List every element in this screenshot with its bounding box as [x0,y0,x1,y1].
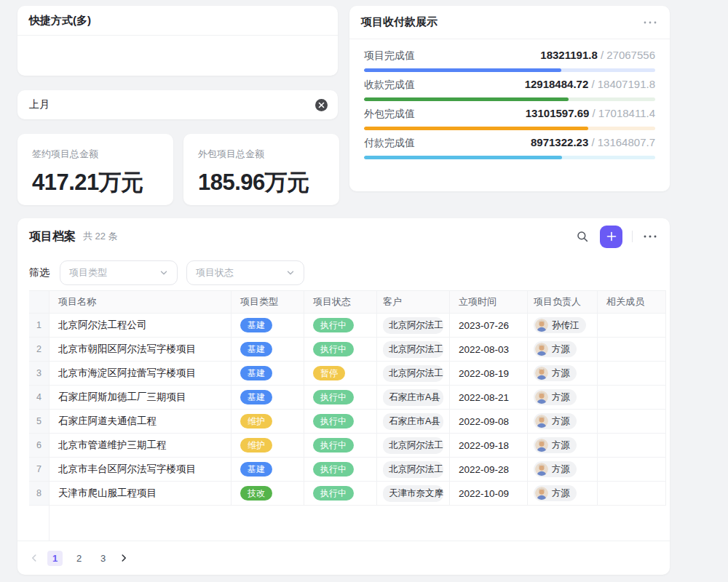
table-row[interactable]: 6北京市管道维护三期工程维护执行中北京阿尔法工程2022-09-18方源 [29,434,666,458]
customer-tag: 北京阿尔法工程 [383,461,443,478]
cell-start-date: 2022-09-08 [450,410,528,433]
dashboard: { "colors": { "accent": "#6A5AF5", "page… [0,0,728,582]
project-status-badge: 暂停 [313,366,345,380]
filter-select-project-type[interactable]: 项目类型 [60,260,178,285]
row-index: 2 [29,338,50,361]
project-status-badge: 执行中 [313,486,354,501]
table-row[interactable]: 1北京阿尔法工程公司基建执行中北京阿尔法工程2023-07-26孙传江 [29,314,666,338]
close-icon [318,102,325,108]
payment-card-header: 项目收付款展示 [349,6,670,39]
owner-tag: 方源 [534,413,577,429]
clear-filter-button[interactable] [315,99,328,111]
cell-project-status: 执行中 [304,338,377,361]
table-row[interactable]: 4石家庄阿斯加德工厂三期项目基建执行中石家庄市A县2022-08-21方源 [29,386,666,410]
cell-members [598,482,666,505]
project-status-badge: 执行中 [313,342,354,356]
table-more-button[interactable] [642,234,658,239]
cell-start-date: 2022-08-21 [450,386,528,409]
cell-owner: 方源 [528,338,598,361]
filter-select-project-status[interactable]: 项目状态 [186,260,304,285]
cell-start-date: 2022-09-18 [450,434,528,457]
metric-label: 项目完成值 [364,49,415,63]
cell-start-date: 2022-09-28 [450,458,528,481]
row-index: 7 [29,458,50,481]
avatar [535,391,548,404]
cell-project-type: 维护 [232,410,304,433]
table-card-title: 项目档案 [29,229,76,244]
column-header: 项目类型 [232,291,304,313]
customer-tag: 北京阿尔法工程 [383,365,443,382]
project-type-badge: 维护 [240,414,272,428]
cell-members [598,434,666,457]
cell-project-type: 基建 [232,314,304,337]
shortcut-card: 快捷方式(多) [17,6,338,76]
row-index: 5 [29,410,50,433]
metric-value: 13101597.69 [526,107,590,119]
table-row[interactable]: 2北京市朝阳区阿尔法写字楼项目基建执行中北京阿尔法工程2022-08-03方源 [29,338,666,362]
add-record-button[interactable] [600,226,622,248]
cell-project-name: 北京市朝阳区阿尔法写字楼项目 [50,338,232,361]
project-type-badge: 维护 [240,438,272,453]
owner-tag: 方源 [534,341,577,357]
project-table: 项目名称项目类型项目状态客户立项时间项目负责人相关成员 1北京阿尔法工程公司基建… [29,290,666,541]
cell-project-status: 执行中 [304,314,377,337]
metric: 项目完成值18321191.8 / 27067556 [364,49,655,72]
project-type-badge: 基建 [240,318,272,332]
page-button-3[interactable]: 3 [95,551,111,566]
table-row[interactable]: 5石家庄阿道夫通信工程维护执行中石家庄市A县2022-09-08方源 [29,410,666,434]
cell-project-status: 暂停 [304,362,377,385]
cell-project-name: 石家庄阿斯加德工厂三期项目 [50,386,232,409]
project-archive-card: 项目档案 共 22 条 筛选 项目类型项目状态 项目名称项目类型项目状态客户立项… [17,218,670,575]
cell-project-name: 北京阿尔法工程公司 [50,314,232,337]
search-button[interactable] [574,228,590,244]
metric-value: 18321191.8 [540,49,597,61]
payment-card-title: 项目收付款展示 [361,15,438,29]
search-icon [576,230,589,243]
table-row[interactable]: 8天津市爬山服工程项目技改执行中天津市奈文摩2022-10-09方源 [29,482,666,506]
customer-tag: 北京阿尔法工程 [383,317,443,334]
project-type-badge: 技改 [240,486,272,501]
cell-project-type: 基建 [232,338,304,361]
chevron-down-icon [159,268,168,277]
filter-label: 筛选 [29,266,50,279]
stat-label: 外包项目总金额 [198,148,325,161]
column-header: 项目负责人 [528,291,598,313]
cell-start-date: 2022-08-03 [450,338,528,361]
customer-tag: 石家庄市A县 [383,389,443,406]
table-actions [574,226,658,248]
page-button-1[interactable]: 1 [47,551,63,566]
prev-page-button[interactable] [28,551,41,565]
metric: 收款完成值12918484.72 / 18407191.8 [364,78,655,101]
project-status-badge: 执行中 [313,390,354,404]
plus-icon [606,231,617,242]
chevron-left-icon [29,553,39,563]
table-row[interactable]: 3北京市海淀区阿拉蕾写字楼项目基建暂停北京阿尔法工程2022-08-19方源 [29,362,666,386]
cell-project-name: 北京市丰台区阿尔法写字楼项目 [50,458,232,481]
cell-project-type: 基建 [232,458,304,481]
payment-card-more-button[interactable] [642,20,658,25]
customer-tag: 石家庄市A县 [383,413,443,430]
stat-label: 签约项目总金额 [32,148,159,161]
owner-tag: 方源 [534,389,577,405]
metric-total: / 17018411.4 [589,107,655,119]
owner-tag: 方源 [534,437,577,453]
date-filter-field[interactable]: 上月 [17,90,338,119]
cell-customer: 北京阿尔法工程 [377,362,450,385]
cell-project-name: 天津市爬山服工程项目 [50,482,232,505]
cell-project-status: 执行中 [304,410,377,433]
table-row[interactable]: 7北京市丰台区阿尔法写字楼项目基建执行中北京阿尔法工程2022-09-28方源 [29,458,666,482]
cell-members [598,314,666,337]
page-button-2[interactable]: 2 [71,551,87,566]
metric-value: 12918484.72 [525,78,589,90]
next-page-button[interactable] [117,551,130,565]
stat-card-outsourced-total: 外包项目总金额 185.96万元 [183,134,339,205]
cell-owner: 方源 [528,410,598,433]
select-placeholder: 项目类型 [69,266,107,279]
cell-project-type: 维护 [232,434,304,457]
cell-members [598,386,666,409]
pagination: 123 [17,541,670,575]
table-card-header: 项目档案 共 22 条 [17,218,670,255]
progress-bar [364,127,655,130]
cell-start-date: 2022-10-09 [450,482,528,505]
cell-project-status: 执行中 [304,434,377,457]
